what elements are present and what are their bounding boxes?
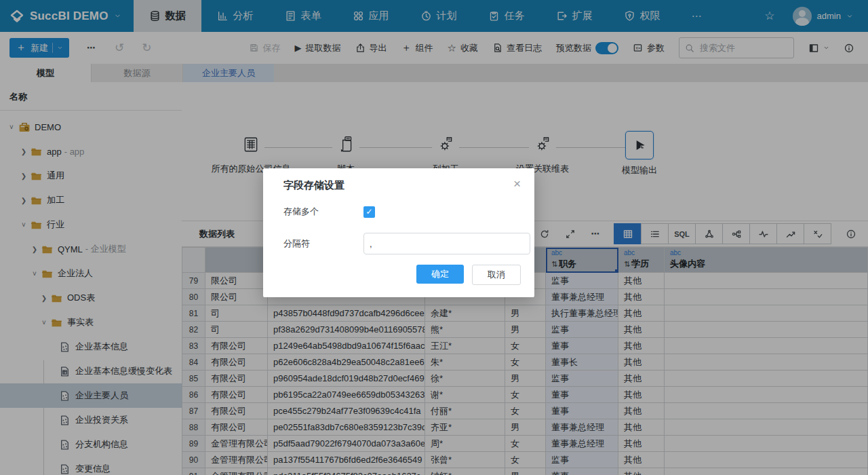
store-multiple-checkbox[interactable]: ✓ — [363, 206, 375, 218]
separator-input[interactable] — [363, 233, 530, 254]
dialog-title: 字段存储设置 — [283, 179, 344, 192]
store-multiple-label: 存储多个 — [283, 206, 363, 218]
close-icon[interactable]: × — [513, 176, 521, 191]
ok-button[interactable]: 确定 — [416, 265, 464, 284]
field-storage-dialog: 字段存储设置 × 存储多个 ✓ 分隔符 确定 取消 — [263, 168, 534, 297]
separator-label: 分隔符 — [283, 238, 363, 250]
store-multiple-row: 存储多个 ✓ — [283, 206, 375, 218]
dialog-buttons: 确定 取消 — [416, 265, 521, 285]
cancel-button[interactable]: 取消 — [472, 265, 521, 285]
separator-row: 分隔符 — [283, 233, 530, 254]
